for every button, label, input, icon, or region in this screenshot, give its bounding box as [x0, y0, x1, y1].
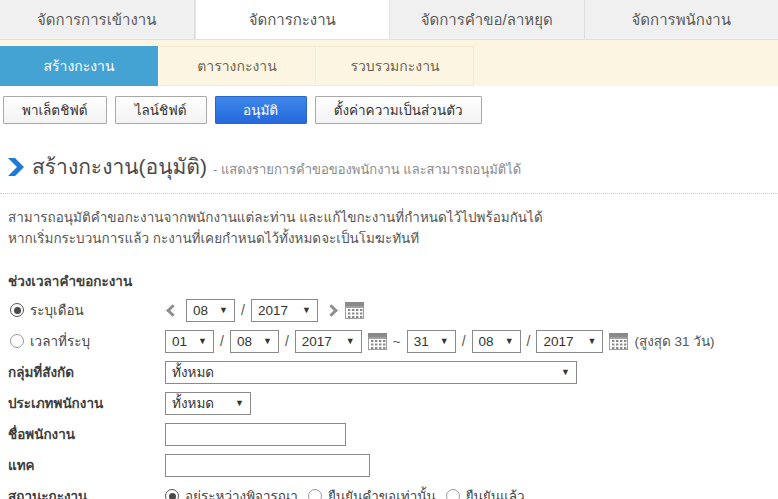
chevron-down-icon: ▼: [302, 305, 311, 315]
range-radio-label: เวลาที่ระบุ: [30, 330, 90, 352]
description-line-1: สามารถอนุมัติคำขอกะงานจากพนักงานแต่ละท่า…: [8, 208, 770, 229]
month-select-value: 08: [193, 303, 208, 318]
top-navigation: จัดการการเข้างาน จัดการกะงาน จัดการคำขอ/…: [0, 0, 778, 40]
start-year-select[interactable]: 2017 ▼: [295, 330, 362, 353]
status-confirmed-label: ยืนยันแล้ว: [466, 485, 525, 499]
employee-type-value: ทั้งหมด: [172, 392, 214, 414]
month-radio[interactable]: ระบุเดือน: [10, 299, 84, 321]
blue-chevron-icon: [8, 158, 24, 176]
privacy-settings-button[interactable]: ตั้งค่าความเป็นส่วนตัว: [315, 96, 482, 124]
chevron-down-icon: ▼: [588, 336, 597, 346]
year-select[interactable]: 2017 ▼: [251, 299, 318, 322]
date-slash: /: [527, 333, 531, 349]
top-tab-requests-leave[interactable]: จัดการคำขอ/ลาหยุด: [390, 0, 585, 39]
month-select[interactable]: 08 ▼: [186, 299, 235, 322]
start-year-value: 2017: [302, 334, 332, 349]
status-pending-dot[interactable]: [165, 489, 179, 499]
calendar-icon[interactable]: [368, 333, 387, 350]
chevron-down-icon: ▼: [263, 336, 272, 346]
employee-type-select[interactable]: ทั้งหมด ▼: [165, 392, 251, 415]
chevron-down-icon: ▼: [440, 336, 449, 346]
chevron-down-icon: ▼: [505, 336, 514, 346]
chevron-down-icon: ▼: [561, 367, 570, 377]
employee-name-label: ชื่อพนักงาน: [8, 423, 165, 445]
range-tilde: ~: [393, 334, 401, 349]
page-subtitle: - แสดงรายการคำขอของพนักงาน และสามารถอนุม…: [213, 159, 521, 180]
title-bar: สร้างกะงาน(อนุมัติ) - แสดงรายการคำขอของพ…: [0, 132, 778, 194]
description-line-2: หากเริ่มกระบวนการแล้ว กะงานที่เคยกำหนดไว…: [8, 229, 770, 250]
status-radio-pending[interactable]: อยู่ระหว่างพิจารณา: [165, 485, 298, 499]
status-label: สถานะกะงาน: [8, 485, 165, 499]
chevron-down-icon: ▼: [198, 336, 207, 346]
end-year-select[interactable]: 2017 ▼: [536, 330, 603, 353]
status-row: สถานะกะงาน อยู่ระหว่างพิจารณา ยืนยันคำขอ…: [8, 482, 770, 499]
page-title: สร้างกะงาน(อนุมัติ): [32, 150, 207, 183]
group-select[interactable]: ทั้งหมด ▼: [165, 361, 577, 384]
sub-navigation: สร้างกะงาน ตารางกะงาน รวบรวมกะงาน: [0, 40, 778, 86]
end-month-value: 08: [479, 334, 494, 349]
date-slash: /: [241, 302, 245, 318]
date-slash: /: [285, 333, 289, 349]
palette-shift-button[interactable]: พาเล็ตชิฟต์: [3, 96, 107, 124]
chevron-down-icon: ▼: [219, 305, 228, 315]
year-select-value: 2017: [258, 303, 288, 318]
range-radio-dot[interactable]: [10, 334, 24, 348]
employee-name-input[interactable]: [165, 423, 346, 446]
sub-tab-shift-table[interactable]: ตารางกะงาน: [158, 46, 316, 86]
tag-label: แทค: [8, 454, 165, 476]
range-radio[interactable]: เวลาที่ระบุ: [10, 330, 90, 352]
top-tab-employees[interactable]: จัดการพนักงาน: [585, 0, 778, 39]
employee-name-row: ชื่อพนักงาน: [8, 420, 770, 449]
calendar-icon[interactable]: [609, 333, 628, 350]
previous-month-icon[interactable]: [166, 304, 179, 317]
chevron-down-icon: ▼: [235, 398, 244, 408]
max-days-note: (สูงสุด 31 วัน): [634, 330, 714, 352]
group-select-value: ทั้งหมด: [172, 361, 214, 383]
calendar-icon[interactable]: [345, 302, 364, 319]
end-day-select[interactable]: 31 ▼: [407, 330, 456, 353]
tag-row: แทค: [8, 451, 770, 480]
sub-tab-shift-summary[interactable]: รวบรวมกะงาน: [316, 46, 474, 86]
start-month-select[interactable]: 08 ▼: [230, 330, 279, 353]
date-slash: /: [462, 333, 466, 349]
toolbar: พาเล็ตชิฟต์ ไลน์ชิฟต์ อนุมัติ ตั้งค่าควา…: [0, 86, 778, 132]
next-month-icon[interactable]: [325, 304, 338, 317]
status-confirmed-request-label: ยืนยันคำขอเท่านั้น: [328, 485, 436, 499]
start-day-value: 01: [172, 334, 187, 349]
end-month-select[interactable]: 08 ▼: [472, 330, 521, 353]
group-label: กลุ่มที่สังกัด: [8, 361, 165, 383]
top-tab-shift-management[interactable]: จัดการกะงาน: [195, 0, 391, 39]
status-radio-confirmed-request[interactable]: ยืนยันคำขอเท่านั้น: [308, 485, 436, 499]
start-month-value: 08: [237, 334, 252, 349]
end-year-value: 2017: [543, 334, 573, 349]
employee-type-row: ประเภทพนักงาน ทั้งหมด ▼: [8, 389, 770, 418]
tag-input[interactable]: [165, 454, 370, 477]
month-radio-dot[interactable]: [10, 303, 24, 317]
group-row: กลุ่มที่สังกัด ทั้งหมด ▼: [8, 358, 770, 387]
start-day-select[interactable]: 01 ▼: [165, 330, 214, 353]
date-range-row: เวลาที่ระบุ 01 ▼ / 08 ▼ / 2017 ▼: [8, 327, 770, 356]
line-shift-button[interactable]: ไลน์ชิฟต์: [115, 96, 207, 124]
description: สามารถอนุมัติคำขอกะงานจากพนักงานแต่ละท่า…: [0, 204, 778, 264]
status-confirmed-request-dot[interactable]: [308, 489, 322, 499]
approve-button[interactable]: อนุมัติ: [215, 96, 307, 124]
status-radio-confirmed[interactable]: ยืนยันแล้ว: [446, 485, 525, 499]
sub-tab-create-shift[interactable]: สร้างกะงาน: [0, 46, 158, 86]
period-section-label: ช่วงเวลาคำขอกะงาน: [8, 264, 770, 296]
end-day-value: 31: [414, 334, 429, 349]
top-tab-attendance[interactable]: จัดการการเข้างาน: [0, 0, 195, 39]
status-pending-label: อยู่ระหว่างพิจารณา: [185, 485, 298, 499]
date-slash: /: [220, 333, 224, 349]
month-row: ระบุเดือน 08 ▼ / 2017 ▼: [8, 296, 770, 325]
search-form: ช่วงเวลาคำขอกะงาน ระบุเดือน 08 ▼ / 2017 …: [0, 264, 778, 499]
status-confirmed-dot[interactable]: [446, 489, 460, 499]
employee-type-label: ประเภทพนักงาน: [8, 392, 165, 414]
month-radio-label: ระบุเดือน: [30, 299, 84, 321]
chevron-down-icon: ▼: [346, 336, 355, 346]
